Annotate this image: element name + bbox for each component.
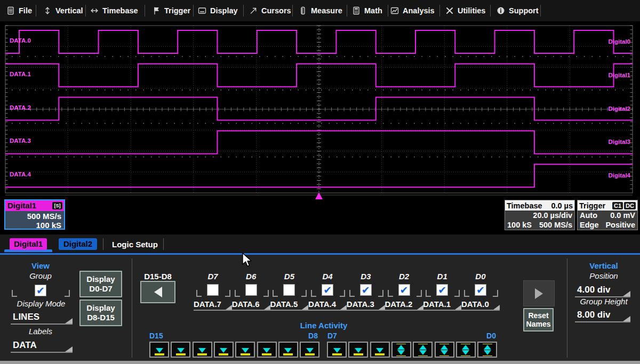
- line-enable-checkbox-d5[interactable]: [283, 284, 295, 296]
- rising-activity-icon: [397, 345, 405, 350]
- display-d8-d15-button[interactable]: Display D8-D15: [79, 300, 122, 326]
- channel-label-left: DATA.4: [10, 171, 31, 177]
- line-activity-cell-d6: [348, 342, 368, 358]
- line-name-field-d6[interactable]: DATA.6: [232, 298, 270, 311]
- tab-digital2[interactable]: Digital2: [59, 238, 97, 250]
- labels-select[interactable]: DATA: [11, 338, 73, 353]
- combo-corner-icon: [455, 305, 461, 310]
- line-name-field-d2[interactable]: DATA.2: [385, 298, 423, 311]
- low-state-icon: [355, 348, 362, 353]
- line-activity-cell-d3: [413, 342, 433, 358]
- timebase-samples: 100 kS: [507, 220, 532, 230]
- reset-names-button[interactable]: Reset Names: [523, 308, 554, 331]
- line-enable-checkbox-d1[interactable]: [436, 284, 448, 296]
- labels-label: Labels: [1, 327, 81, 336]
- bank-range-label: D15-D8: [140, 272, 175, 281]
- falling-activity-icon: [484, 350, 491, 355]
- line-enable-checkbox-d2[interactable]: [398, 284, 410, 296]
- line-id-label: D0: [465, 272, 497, 281]
- line-enable-checkbox-d0[interactable]: [475, 284, 486, 296]
- line-name-field-d1[interactable]: DATA.1: [423, 298, 461, 311]
- line-activity-cell-d7: [327, 342, 347, 358]
- low-state-icon: [376, 348, 383, 353]
- line-enable-checkbox-d7[interactable]: [207, 284, 219, 296]
- combo-corner-icon: [264, 305, 270, 310]
- bottom-edge-strip: [0, 361, 640, 364]
- display-d0-d7-button[interactable]: Display D0-D7: [79, 271, 122, 297]
- timebase-info-box[interactable]: Timebase 0.0 µs 20.0 µs/div 100 kS 500 M…: [505, 200, 575, 230]
- channel-label-right: Digital0: [608, 38, 630, 45]
- trigger-info-box[interactable]: Trigger C1 DC Auto 0.0 mV Edge Positive: [577, 200, 638, 230]
- line-activity-cell-d15: [149, 342, 169, 358]
- combo-corner-icon: [226, 305, 232, 310]
- channel-label-left: DATA.0: [10, 37, 31, 44]
- waveform-display: DATA.0Digital0DATA.1Digital1DATA.2Digita…: [0, 0, 640, 234]
- combo-corner-icon: [623, 316, 630, 321]
- vertical-section-header: Vertical: [567, 261, 640, 270]
- timebase-scale: 20.0 µs/div: [533, 211, 572, 220]
- group-checkbox[interactable]: [35, 285, 46, 296]
- activity-d8-label: D8: [294, 331, 318, 340]
- tab-logic-setup[interactable]: Logic Setup: [112, 240, 158, 249]
- timebase-offset: 0.0 µs: [551, 201, 573, 210]
- display-mode-select[interactable]: LINES: [11, 310, 73, 325]
- group-height-field[interactable]: 8.00 div: [575, 308, 630, 322]
- descriptor-sample-count: 100 kS: [5, 221, 61, 230]
- line-activity-cell-d0: [477, 342, 497, 358]
- trigger-position-marker[interactable]: [315, 192, 323, 199]
- line-activity-cell-d5: [370, 342, 390, 358]
- bank-right-button[interactable]: [523, 280, 555, 306]
- line-id-label: D1: [426, 272, 458, 281]
- channel-label-right: Digital3: [608, 139, 630, 145]
- low-state-icon: [198, 348, 206, 353]
- rising-activity-icon: [484, 345, 491, 350]
- bank-left-button[interactable]: [140, 281, 175, 303]
- low-state-icon: [156, 348, 163, 353]
- line-id-label: D7: [197, 272, 229, 281]
- channel-label-right: Digital1: [608, 72, 630, 78]
- line-enable-checkbox-d4[interactable]: [322, 284, 333, 296]
- line-name-field-d7[interactable]: DATA.7: [194, 298, 232, 311]
- line-activity-cell-d2: [435, 342, 454, 358]
- combo-corner-icon: [340, 305, 347, 310]
- line-id-label: D4: [311, 272, 343, 281]
- channel-label-right: Digital2: [608, 106, 630, 112]
- line-activity-cell-d14: [171, 342, 190, 358]
- low-state-icon: [306, 348, 314, 353]
- rising-activity-icon: [441, 345, 448, 350]
- line-activity-header: Line Activity: [238, 321, 409, 330]
- dialog-tab-bar: Digital1 Digital2 Logic Setup CLOSE: [0, 234, 640, 253]
- position-field[interactable]: 4.00 div: [575, 282, 630, 297]
- low-state-icon: [333, 348, 341, 353]
- line-id-label: D5: [273, 272, 305, 281]
- digital1-descriptor-box[interactable]: Digital1 S 500 MS/s 100 kS: [4, 199, 65, 230]
- line-enable-checkbox-d6[interactable]: [245, 284, 257, 296]
- line-name-field-d5[interactable]: DATA.5: [270, 298, 308, 311]
- falling-activity-icon: [462, 350, 469, 355]
- activity-d15-label: D15: [149, 331, 176, 340]
- line-id-label: D6: [235, 272, 267, 281]
- combo-corner-icon: [417, 305, 423, 310]
- line-name-field-d0[interactable]: DATA.0: [461, 298, 500, 311]
- left-arrow-icon: [154, 287, 162, 297]
- tab-digital1[interactable]: Digital1: [10, 238, 47, 250]
- line-activity-cell-d13: [193, 342, 212, 358]
- combo-corner-icon: [623, 291, 630, 296]
- line-name-field-d4[interactable]: DATA.4: [308, 298, 347, 311]
- line-activity-cell-d10: [257, 342, 277, 358]
- combo-corner-icon: [65, 318, 73, 323]
- timebase-rate: 500 MS/s: [539, 220, 572, 230]
- trigger-mode: Auto: [580, 211, 597, 220]
- trigger-type: Edge: [580, 220, 598, 230]
- right-arrow-icon: [535, 288, 543, 299]
- line-name-field-d3[interactable]: DATA.3: [347, 298, 385, 311]
- rising-activity-icon: [462, 345, 469, 350]
- group-height-value: 8.00 div: [577, 310, 610, 320]
- descriptor-title-bar: Digital1 S: [5, 200, 64, 211]
- group-label: Group: [1, 271, 81, 280]
- line-id-label: D2: [388, 272, 420, 281]
- combo-corner-icon: [65, 346, 73, 352]
- line-enable-checkbox-d3[interactable]: [360, 284, 372, 296]
- display-mode-value: LINES: [13, 312, 39, 322]
- trigger-title: Trigger: [579, 201, 605, 210]
